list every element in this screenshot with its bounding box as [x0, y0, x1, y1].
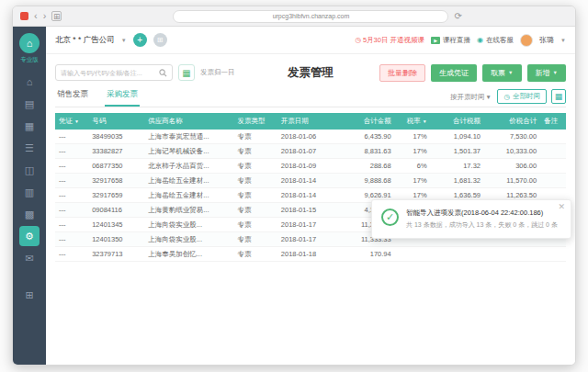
scan-invoice-button[interactable]: ▦: [178, 64, 195, 81]
cell-number: 32379713: [88, 250, 144, 258]
voucher-icon[interactable]: ▦: [19, 116, 40, 136]
cell-number: 32917659: [88, 191, 144, 199]
report-icon[interactable]: ◫: [19, 160, 40, 180]
cell-supplier: 上海岳绘五金建材...: [144, 176, 233, 186]
cell-type: 专票: [234, 206, 277, 215]
dashboard-icon[interactable]: ⌂: [19, 72, 40, 92]
settings-icon[interactable]: ⚙: [19, 226, 40, 246]
success-check-icon: ✓: [381, 209, 399, 226]
tabs-grid-icon[interactable]: ⊞: [51, 11, 62, 21]
funds-icon[interactable]: ▥: [19, 182, 40, 202]
column-header-voucher[interactable]: 凭证▼: [55, 117, 88, 126]
time-range-button[interactable]: ◷全部时间: [497, 89, 547, 104]
batch-delete-button[interactable]: 批量删除: [379, 64, 425, 82]
cell-supplier: 上海市泰岚宏慧通...: [144, 132, 233, 141]
main-content: ▦ 发票归一日 发票管理 批量删除 生成凭证 取票▼ 新增▼ 销售发票 采购发票…: [46, 54, 575, 365]
cell-supplier: 上海记琴机械设备...: [144, 147, 233, 156]
cell-total: 10,333.00: [484, 147, 540, 155]
cell-amount: 288.68: [339, 162, 395, 170]
column-header-taxrate[interactable]: 税率▼: [395, 117, 431, 126]
cell-voucher: ---: [55, 147, 88, 155]
desktop: ‹ › ⊞ urpcg3hibfvn.chanzap.com ⟳ ⌂ 专业版 ⌂…: [0, 0, 588, 372]
avatar[interactable]: [520, 34, 533, 47]
promo-banner[interactable]: ◷5月30日 开通视频课: [355, 36, 424, 45]
view-toggle-button[interactable]: ▦: [551, 89, 566, 104]
forward-icon[interactable]: ›: [43, 11, 47, 21]
company-selector[interactable]: 北京 * * 广告公司: [55, 35, 115, 46]
browser-window: ‹ › ⊞ urpcg3hibfvn.chanzap.com ⟳ ⌂ 专业版 ⌂…: [12, 6, 576, 366]
sort-by-date-dropdown[interactable]: 按开票时间 ▾: [450, 93, 490, 107]
close-icon[interactable]: ✕: [558, 202, 565, 211]
cell-supplier: 上海向袋实业股...: [144, 220, 233, 230]
add-company-button[interactable]: +: [133, 33, 147, 47]
cell-voucher: ---: [55, 162, 88, 170]
search-icon[interactable]: [159, 69, 167, 77]
tab-purchase-invoice[interactable]: 采购发票: [105, 89, 140, 107]
column-header-total: 价税合计: [484, 117, 540, 126]
cell-number: 38499035: [88, 132, 144, 141]
toast-title: 智能导入进项发票(2018-06-04 22:42:00.186): [406, 209, 558, 218]
ledger-icon[interactable]: ☰: [19, 138, 40, 158]
toolbar: ▦ 发票归一日 发票管理 批量删除 生成凭证 取票▼ 新增▼: [55, 62, 566, 84]
sidebar-icon-list: ⌂▤▦☰◫▥▩⚙✉: [19, 70, 40, 270]
chevron-down-icon: ▼: [121, 38, 127, 43]
cell-date: 2018-01-14: [277, 176, 339, 185]
cell-number: 33382827: [88, 147, 144, 155]
toast-detail: 共 13 条数据，成功导入 13 条，失败 0 条，跳过 0 条: [406, 220, 558, 230]
tab-sales-invoice[interactable]: 销售发票: [55, 89, 90, 107]
invoice-list-icon[interactable]: ▤: [19, 94, 40, 114]
cell-supplier: 北京柿子水晶百货...: [144, 162, 233, 171]
clock-icon: ◷: [355, 36, 361, 44]
market-icon[interactable]: ⊞: [19, 285, 40, 305]
generate-voucher-button[interactable]: 生成凭证: [431, 64, 477, 82]
cell-tax: 1,681.32: [431, 176, 484, 185]
cell-type: 专票: [234, 132, 277, 141]
get-ticket-button[interactable]: 取票▼: [482, 64, 521, 82]
cell-type: 专票: [234, 191, 277, 200]
chevron-down-icon: ▼: [553, 70, 558, 75]
add-new-button[interactable]: 新增▼: [527, 64, 566, 82]
cell-tax: 1,094.10: [431, 132, 484, 141]
apps-button[interactable]: ⊞: [153, 33, 167, 47]
column-header-date: 开票日期: [277, 117, 339, 126]
cell-taxrate: 17%: [395, 191, 431, 199]
cell-type: 专票: [234, 147, 277, 156]
cell-date: 2018-01-06: [277, 132, 339, 141]
calendar-icon: ◷: [503, 93, 510, 101]
column-header-amount: 合计金额: [339, 117, 395, 126]
page-title: 发票管理: [288, 65, 334, 81]
inventory-icon[interactable]: ▩: [19, 204, 40, 224]
cell-tax: 1,501.37: [431, 147, 484, 155]
table-row[interactable]: ---38499035上海市泰岚宏慧通...专票2018-01-066,435.…: [55, 130, 566, 144]
search-input[interactable]: [61, 70, 155, 76]
cell-type: 专票: [234, 162, 277, 171]
live-course-link[interactable]: ▶课程直播: [431, 36, 470, 45]
address-bar[interactable]: urpcg3hibfvn.chanzap.com: [173, 10, 448, 23]
cell-voucher: ---: [55, 250, 88, 258]
online-service-link[interactable]: ◉在线客服: [477, 36, 514, 45]
cell-tax: 1,636.59: [431, 191, 484, 199]
table-row[interactable]: ---06877350北京柿子水晶百货...专票2018-01-09288.68…: [55, 159, 566, 174]
cell-amount: 8,831.63: [339, 147, 395, 155]
cell-amount: 9,888.68: [339, 176, 395, 185]
cell-total: 7,530.00: [484, 132, 540, 141]
cell-date: 2018-01-17: [277, 220, 339, 229]
cell-tax: 17.32: [431, 162, 484, 170]
table-header-row: 凭证▼号码供应商名称发票类型开票日期合计金额税率▼合计税额价税合计备注: [55, 113, 566, 130]
cell-voucher: ---: [55, 191, 88, 199]
app-logo[interactable]: ⌂: [19, 33, 40, 53]
cell-amount: 6,435.90: [339, 132, 395, 141]
table-row[interactable]: ---32917658上海岳绘五金建材...专票2018-01-149,888.…: [55, 174, 566, 188]
table-row[interactable]: ---32379713上海奉吴加创忆...专票2018-01-18170.94: [55, 247, 566, 262]
cell-taxrate: 17%: [395, 132, 431, 141]
cell-taxrate: 17%: [395, 176, 431, 185]
table-row[interactable]: ---33382827上海记琴机械设备...专票2018-01-078,831.…: [55, 144, 566, 159]
message-icon[interactable]: ✉: [19, 248, 40, 268]
user-chevron-down-icon[interactable]: ▼: [560, 38, 566, 43]
back-icon[interactable]: ‹: [34, 11, 38, 21]
invoice-table-body: ---38499035上海市泰岚宏慧通...专票2018-01-066,435.…: [55, 130, 566, 262]
cell-number: 06877350: [88, 162, 144, 170]
cell-taxrate: 17%: [395, 147, 431, 155]
refresh-icon[interactable]: ⟳: [454, 11, 461, 21]
username[interactable]: 张璐: [539, 35, 554, 45]
